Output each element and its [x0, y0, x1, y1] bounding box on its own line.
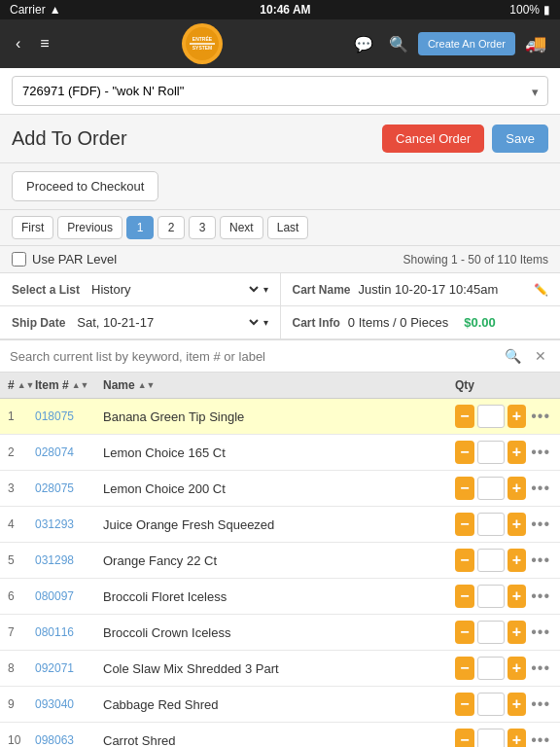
more-options-button[interactable]: ••• [529, 695, 552, 713]
edit-cart-name-icon[interactable]: ✏️ [534, 283, 548, 297]
qty-minus-button[interactable]: − [455, 729, 474, 747]
menu-button[interactable]: ≡ [32, 29, 56, 58]
qty-minus-button[interactable]: − [455, 549, 474, 572]
item-link[interactable]: 028074 [35, 445, 103, 459]
table-row: 7 080116 Broccoli Crown Iceless − + ••• [0, 615, 560, 651]
qty-minus-button[interactable]: − [455, 513, 474, 536]
qty-input[interactable] [477, 477, 505, 500]
last-page-button[interactable]: Last [267, 216, 309, 239]
more-options-button[interactable]: ••• [529, 731, 552, 747]
item-link[interactable]: 028075 [35, 481, 103, 495]
qty-plus-button[interactable]: + [508, 513, 527, 536]
item-link[interactable]: 093040 [35, 697, 103, 711]
item-link[interactable]: 031298 [35, 553, 103, 567]
cart-info-cell: Cart Info 0 Items / 0 Pieces $0.00 [281, 306, 561, 338]
table-row: 10 098063 Carrot Shred − + ••• [0, 723, 560, 747]
item-link[interactable]: 092071 [35, 661, 103, 675]
back-button[interactable]: ‹ [8, 29, 28, 58]
item-link[interactable]: 080116 [35, 625, 103, 639]
prev-page-button[interactable]: Previous [57, 216, 122, 239]
qty-input[interactable] [477, 405, 505, 428]
more-options-button[interactable]: ••• [529, 587, 552, 605]
grid-info: Select a List History ▾ Cart Name Justin… [0, 273, 560, 340]
item-link[interactable]: 031293 [35, 517, 103, 531]
ship-date-select[interactable]: Sat, 10-21-17 [73, 314, 261, 331]
more-options-button[interactable]: ••• [529, 444, 552, 461]
search-clear-button[interactable]: ✕ [531, 346, 550, 366]
account-select[interactable]: 726971 (FDF) - "wok N' Roll" [12, 76, 548, 106]
ship-date-arrow: ▾ [263, 317, 268, 328]
first-page-button[interactable]: First [12, 216, 53, 239]
more-options-button[interactable]: ••• [529, 659, 552, 677]
page-title: Add To Order [12, 127, 127, 150]
checkout-button[interactable]: Proceed to Checkout [12, 171, 158, 201]
qty-plus-button[interactable]: + [508, 441, 527, 464]
grid-info-row-1: Select a List History ▾ Cart Name Justin… [0, 273, 560, 306]
qty-input[interactable] [477, 549, 505, 572]
search-nav-button[interactable]: 🔍 [383, 29, 414, 59]
qty-minus-button[interactable]: − [455, 441, 474, 464]
qty-input[interactable] [477, 585, 505, 608]
qty-plus-button[interactable]: + [508, 621, 527, 644]
qty-controls: − + ••• [455, 477, 552, 500]
table-row: 8 092071 Cole Slaw Mix Shredded 3 Part −… [0, 651, 560, 687]
qty-plus-button[interactable]: + [508, 477, 527, 500]
more-options-button[interactable]: ••• [529, 516, 552, 533]
create-order-button[interactable]: Create An Order [418, 32, 515, 55]
qty-plus-button[interactable]: + [508, 585, 527, 608]
page-3-button[interactable]: 3 [189, 216, 216, 239]
qty-minus-button[interactable]: − [455, 621, 474, 644]
qty-minus-button[interactable]: − [455, 693, 474, 716]
select-list-label: Select a List [12, 283, 80, 297]
qty-minus-button[interactable]: − [455, 585, 474, 608]
cancel-order-button[interactable]: Cancel Order [382, 124, 484, 153]
col-name: Name ▲▼ [103, 378, 455, 392]
more-options-button[interactable]: ••• [529, 551, 552, 569]
qty-input[interactable] [477, 621, 505, 644]
table-row: 9 093040 Cabbage Red Shred − + ••• [0, 687, 560, 723]
item-link[interactable]: 080097 [35, 589, 103, 603]
cart-info-price: $0.00 [464, 315, 496, 330]
next-page-button[interactable]: Next [220, 216, 263, 239]
name-sort-icon[interactable]: ▲▼ [138, 380, 156, 390]
more-options-button[interactable]: ••• [529, 623, 552, 641]
more-options-button[interactable]: ••• [529, 480, 552, 497]
save-button[interactable]: Save [492, 124, 548, 153]
table-row: 4 031293 Juice Orange Fresh Squeezed − +… [0, 507, 560, 543]
page-2-button[interactable]: 2 [158, 216, 185, 239]
ship-date-label: Ship Date [12, 316, 65, 330]
carrier-label: Carrier [10, 3, 46, 17]
header-buttons: Cancel Order Save [382, 124, 548, 153]
qty-input[interactable] [477, 693, 505, 716]
qty-controls: − + ••• [455, 693, 552, 716]
search-submit-button[interactable]: 🔍 [501, 346, 525, 366]
qty-input[interactable] [477, 513, 505, 536]
qty-plus-button[interactable]: + [508, 549, 527, 572]
qty-minus-button[interactable]: − [455, 405, 474, 428]
row-num: 9 [8, 697, 35, 711]
num-sort-icon[interactable]: ▲▼ [18, 380, 35, 390]
cart-name-cell: Cart Name Justin 10-20-17 10:45am ✏️ [281, 273, 561, 305]
list-select[interactable]: History [88, 281, 261, 298]
qty-plus-button[interactable]: + [508, 729, 527, 747]
ship-date-wrap: Sat, 10-21-17 ▾ [73, 314, 267, 331]
item-link[interactable]: 098063 [35, 733, 103, 747]
qty-input[interactable] [477, 729, 505, 747]
qty-plus-button[interactable]: + [508, 405, 527, 428]
qty-minus-button[interactable]: − [455, 477, 474, 500]
search-input[interactable] [10, 349, 495, 364]
more-options-button[interactable]: ••• [529, 408, 552, 425]
chat-button[interactable]: 💬 [348, 29, 379, 59]
qty-input[interactable] [477, 441, 505, 464]
page-1-button[interactable]: 1 [126, 216, 154, 239]
row-num: 2 [8, 445, 35, 459]
qty-minus-button[interactable]: − [455, 657, 474, 680]
par-level-checkbox[interactable] [12, 252, 26, 267]
qty-input[interactable] [477, 657, 505, 680]
qty-plus-button[interactable]: + [508, 693, 527, 716]
par-row: Use PAR Level Showing 1 - 50 of 110 Item… [0, 246, 560, 273]
col-item: Item # ▲▼ [35, 378, 103, 392]
qty-plus-button[interactable]: + [508, 657, 527, 680]
item-sort-icon[interactable]: ▲▼ [72, 380, 89, 390]
item-link[interactable]: 018075 [35, 409, 103, 423]
